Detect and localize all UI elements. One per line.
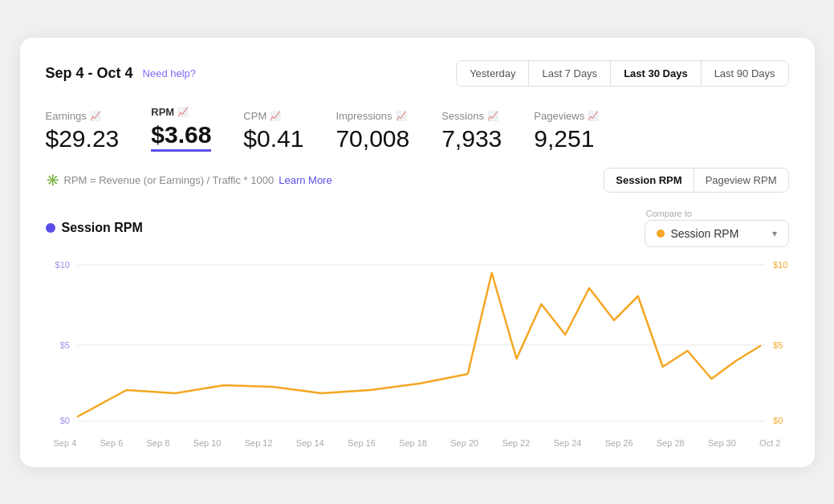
rpm-label: RPM — [151, 106, 174, 118]
x-label-7: Sep 18 — [399, 438, 427, 448]
x-label-2: Sep 8 — [147, 438, 170, 448]
sessions-value: 7,933 — [441, 125, 502, 152]
chart-legend-label: Session RPM — [62, 221, 143, 235]
compare-select[interactable]: Session RPM ▾ — [645, 220, 789, 247]
main-card: Sep 4 - Oct 4 Need help? Yesterday Last … — [20, 38, 815, 467]
pageviews-value: 9,251 — [534, 125, 599, 152]
chart-header: Session RPM Compare to Session RPM ▾ — [46, 209, 789, 247]
rpm-btn-pageview[interactable]: Pageview RPM — [694, 169, 788, 192]
rpm-btn-session[interactable]: Session RPM — [604, 169, 694, 192]
cpm-label: CPM — [243, 110, 266, 122]
x-label-5: Sep 14 — [296, 438, 324, 448]
date-btn-7days[interactable]: Last 7 Days — [529, 61, 611, 86]
x-label-12: Sep 28 — [657, 438, 685, 448]
compare-dot-orange — [657, 230, 665, 238]
earnings-value: $29.23 — [46, 125, 120, 152]
chart-section: Session RPM Compare to Session RPM ▾ — [46, 209, 789, 448]
x-label-8: Sep 20 — [450, 438, 478, 448]
metric-sessions[interactable]: Sessions 📈 7,933 — [441, 110, 502, 152]
cpm-value: $0.41 — [243, 125, 303, 152]
x-label-6: Sep 16 — [348, 438, 376, 448]
impressions-trend-icon: 📈 — [396, 111, 407, 121]
x-label-1: Sep 6 — [100, 438, 124, 448]
pageviews-trend-icon: 📈 — [588, 111, 599, 121]
need-help-link[interactable]: Need help? — [143, 67, 197, 79]
compare-dropdown: Compare to Session RPM ▾ — [645, 209, 789, 247]
chevron-down-icon: ▾ — [772, 228, 777, 239]
compare-value: Session RPM — [671, 227, 739, 240]
compare-to-label: Compare to — [646, 209, 789, 218]
impressions-value: 70,008 — [336, 125, 409, 152]
learn-more-link[interactable]: Learn More — [279, 174, 332, 186]
svg-text:$0: $0 — [59, 415, 69, 425]
x-label-10: Sep 24 — [554, 438, 582, 448]
x-label-3: Sep 10 — [193, 438, 222, 448]
impressions-label: Impressions — [336, 110, 392, 122]
x-labels: Sep 4 Sep 6 Sep 8 Sep 10 Sep 12 Sep 14 S… — [46, 438, 789, 448]
svg-text:$10: $10 — [773, 259, 787, 269]
pageviews-label: Pageviews — [534, 110, 584, 122]
metric-cpm[interactable]: CPM 📈 $0.41 — [243, 110, 303, 152]
rpm-trend-icon: 📈 — [177, 107, 189, 117]
sessions-trend-icon: 📈 — [487, 111, 498, 121]
rpm-note-text: RPM = Revenue (or Earnings) / Traffic * … — [64, 174, 275, 186]
svg-text:$5: $5 — [59, 339, 69, 349]
legend-dot-purple — [46, 223, 55, 233]
date-btn-90days[interactable]: Last 90 Days — [702, 61, 788, 86]
x-label-0: Sep 4 — [54, 438, 77, 448]
x-label-4: Sep 12 — [245, 438, 273, 448]
svg-text:$5: $5 — [773, 339, 783, 349]
sessions-label: Sessions — [441, 110, 484, 122]
rpm-note-row: ✳️ RPM = Revenue (or Earnings) / Traffic… — [46, 168, 789, 193]
date-btn-yesterday[interactable]: Yesterday — [457, 61, 529, 86]
info-icon: ✳️ — [46, 173, 59, 186]
svg-text:$10: $10 — [55, 259, 69, 269]
x-label-11: Sep 26 — [605, 438, 633, 448]
metric-earnings[interactable]: Earnings 📈 $29.23 — [46, 110, 120, 152]
x-label-9: Sep 22 — [502, 438, 530, 448]
x-label-13: Sep 30 — [708, 438, 736, 448]
metric-impressions[interactable]: Impressions 📈 70,008 — [336, 110, 409, 152]
date-range-buttons: Yesterday Last 7 Days Last 30 Days Last … — [456, 60, 788, 87]
earnings-label: Earnings — [46, 110, 87, 122]
header-left: Sep 4 - Oct 4 Need help? — [46, 65, 197, 82]
metric-rpm[interactable]: RPM 📈 $3.68 — [151, 106, 211, 152]
date-btn-30days[interactable]: Last 30 Days — [611, 61, 702, 86]
metrics-row: Earnings 📈 $29.23 RPM 📈 $3.68 CPM 📈 $0.4… — [46, 106, 789, 152]
cpm-trend-icon: 📈 — [270, 111, 281, 121]
chart-legend: Session RPM — [46, 221, 143, 235]
metric-pageviews[interactable]: Pageviews 📈 9,251 — [534, 110, 599, 152]
chart-svg: $10 $5 $0 $10 $5 $0 — [46, 257, 789, 433]
rpm-toggle: Session RPM Pageview RPM — [604, 168, 788, 193]
header: Sep 4 - Oct 4 Need help? Yesterday Last … — [46, 60, 789, 87]
x-label-14: Oct 2 — [759, 438, 780, 448]
earnings-trend-icon: 📈 — [90, 111, 101, 121]
rpm-value: $3.68 — [151, 121, 211, 152]
date-range: Sep 4 - Oct 4 — [46, 65, 133, 82]
chart-area: $10 $5 $0 $10 $5 $0 — [46, 257, 789, 433]
svg-text:$0: $0 — [773, 415, 783, 425]
